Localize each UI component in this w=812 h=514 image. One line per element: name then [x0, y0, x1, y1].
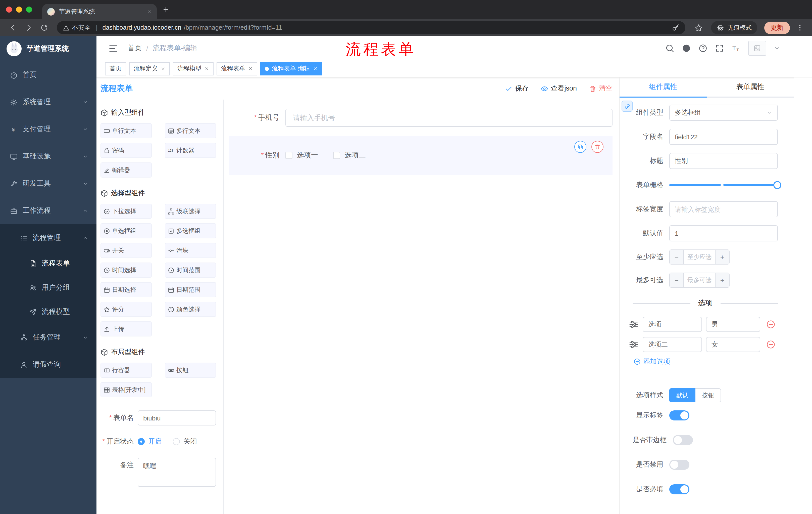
field-name-input[interactable]: [669, 129, 778, 145]
palette-item-color-picker[interactable]: 颜色选择: [165, 302, 216, 317]
remove-option-button[interactable]: [766, 340, 775, 349]
palette-item-multi-line-text[interactable]: 多行文本: [165, 123, 216, 138]
phone-input[interactable]: [285, 109, 612, 127]
disabled-toggle[interactable]: [669, 460, 689, 470]
remove-option-button[interactable]: [766, 320, 775, 329]
palette-item-editor[interactable]: 编辑器: [100, 162, 152, 178]
bookmark-star-icon[interactable]: [694, 23, 703, 32]
tag-process-form[interactable]: 流程表单: [216, 62, 257, 75]
style-button-button[interactable]: 按钮: [695, 388, 721, 402]
drag-handle-icon[interactable]: [629, 340, 639, 350]
radio-closed[interactable]: 关闭: [173, 437, 197, 446]
back-button[interactable]: [6, 21, 20, 34]
search-icon[interactable]: [665, 44, 674, 53]
palette-item-radio-group[interactable]: 单选框组: [100, 223, 152, 238]
palette-item-single-line-text[interactable]: 单行文本: [100, 123, 152, 138]
sidebar-item-payment[interactable]: 支付管理: [0, 116, 96, 143]
tab-form-props[interactable]: 表单属性: [707, 77, 794, 97]
palette-item-cascader[interactable]: 级联选择: [165, 204, 216, 219]
palette-item-counter[interactable]: 计数器: [165, 143, 216, 158]
sidebar-item-task-management[interactable]: 任务管理: [0, 324, 96, 351]
reload-button[interactable]: [37, 21, 51, 34]
chevron-down-icon[interactable]: [774, 45, 780, 51]
palette-item-date-picker[interactable]: 日期选择: [100, 282, 152, 297]
palette-item-rate[interactable]: 评分: [100, 302, 152, 317]
sidebar-item-process-management[interactable]: 流程管理: [0, 224, 96, 251]
palette-item-time-range[interactable]: 时间范围: [165, 263, 216, 278]
checkbox-option-2[interactable]: 选项二: [333, 151, 366, 160]
sidebar-logo[interactable]: 芋道管理系统: [0, 36, 96, 61]
stepper-placeholder[interactable]: 至少应选: [684, 250, 715, 264]
forward-button[interactable]: [22, 21, 35, 34]
palette-item-password[interactable]: 密码: [100, 143, 152, 158]
copy-component-button[interactable]: [574, 141, 586, 153]
show-label-toggle[interactable]: [669, 410, 689, 421]
palette-item-select[interactable]: 下拉选择: [100, 204, 152, 219]
user-avatar[interactable]: [748, 41, 766, 56]
close-icon[interactable]: [248, 66, 253, 71]
decrease-button[interactable]: −: [670, 250, 684, 264]
palette-item-time-picker[interactable]: 时间选择: [100, 263, 152, 278]
form-name-input[interactable]: [138, 410, 216, 426]
default-value-input[interactable]: [669, 225, 778, 241]
title-input[interactable]: [669, 153, 778, 169]
sidebar-item-user-group[interactable]: 用户分组: [0, 276, 96, 300]
border-toggle[interactable]: [672, 435, 693, 445]
save-button[interactable]: 保存: [505, 84, 529, 93]
palette-item-slider[interactable]: 滑块: [165, 243, 216, 258]
sidebar-item-infra[interactable]: 基础设施: [0, 143, 96, 170]
new-tab-button[interactable]: [159, 2, 173, 17]
sidebar-item-process-form[interactable]: 流程表单: [0, 251, 96, 276]
sidebar-item-devtools[interactable]: 研发工具: [0, 170, 96, 197]
palette-item-table[interactable]: 表格[开发中]: [100, 382, 152, 397]
component-type-select[interactable]: 多选框组: [669, 105, 778, 121]
option-label-input[interactable]: [643, 317, 702, 332]
tag-process-form-edit[interactable]: 流程表单-编辑: [260, 62, 322, 75]
label-width-input[interactable]: [669, 201, 778, 217]
tab-close-icon[interactable]: [147, 9, 152, 14]
palette-item-upload[interactable]: 上传: [100, 321, 152, 336]
palette-item-date-range[interactable]: 日期范围: [165, 282, 216, 297]
slider-handle[interactable]: [773, 181, 781, 189]
radio-open[interactable]: 开启: [138, 437, 162, 446]
sidebar-item-leave-query[interactable]: 请假查询: [0, 351, 96, 378]
close-icon[interactable]: [161, 66, 165, 71]
sidebar-item-system[interactable]: 系统管理: [0, 88, 96, 116]
checkbox-option-1[interactable]: 选项一: [285, 151, 318, 160]
close-icon[interactable]: [313, 66, 318, 71]
tag-process-definition[interactable]: 流程定义: [129, 62, 170, 75]
option-value-input[interactable]: [706, 337, 760, 352]
add-option-button[interactable]: 添加选项: [634, 357, 778, 366]
clear-button[interactable]: 清空: [589, 84, 612, 93]
link-button[interactable]: [621, 101, 633, 112]
font-size-icon[interactable]: [732, 44, 741, 53]
security-label[interactable]: 不安全: [72, 23, 91, 32]
canvas-field-gender-selected[interactable]: 性别 选项一 选项二: [229, 136, 612, 175]
drag-handle-icon[interactable]: [629, 319, 639, 329]
help-icon[interactable]: [698, 44, 707, 53]
password-key-icon[interactable]: [672, 24, 679, 31]
sidebar-item-workflow[interactable]: 工作流程: [0, 197, 96, 224]
close-window-button[interactable]: [6, 6, 12, 12]
close-icon[interactable]: [204, 66, 209, 71]
sidebar-item-process-model[interactable]: 流程模型: [0, 300, 96, 324]
required-toggle[interactable]: [669, 484, 689, 494]
palette-item-checkbox-group[interactable]: 多选框组: [165, 223, 216, 238]
palette-item-button[interactable]: 按钮: [165, 362, 216, 378]
palette-item-switch[interactable]: 开关: [100, 243, 152, 258]
zoom-window-button[interactable]: [26, 6, 32, 12]
stepper-placeholder[interactable]: 最多可选: [684, 273, 715, 287]
minimize-window-button[interactable]: [16, 6, 22, 12]
form-remark-textarea[interactable]: 嘿嘿: [138, 458, 216, 487]
github-icon[interactable]: [682, 44, 691, 53]
tag-process-model[interactable]: 流程模型: [173, 62, 213, 75]
view-json-button[interactable]: 查看json: [541, 84, 577, 93]
grid-slider[interactable]: [669, 177, 778, 193]
option-label-input[interactable]: [643, 337, 702, 352]
canvas-field-phone[interactable]: 手机号: [229, 104, 612, 132]
update-button[interactable]: 更新: [764, 21, 790, 34]
palette-item-row-container[interactable]: 行容器: [100, 362, 152, 378]
increase-button[interactable]: +: [715, 273, 729, 287]
breadcrumb-home[interactable]: 首页: [127, 44, 142, 53]
sidebar-item-home[interactable]: 首页: [0, 61, 96, 88]
